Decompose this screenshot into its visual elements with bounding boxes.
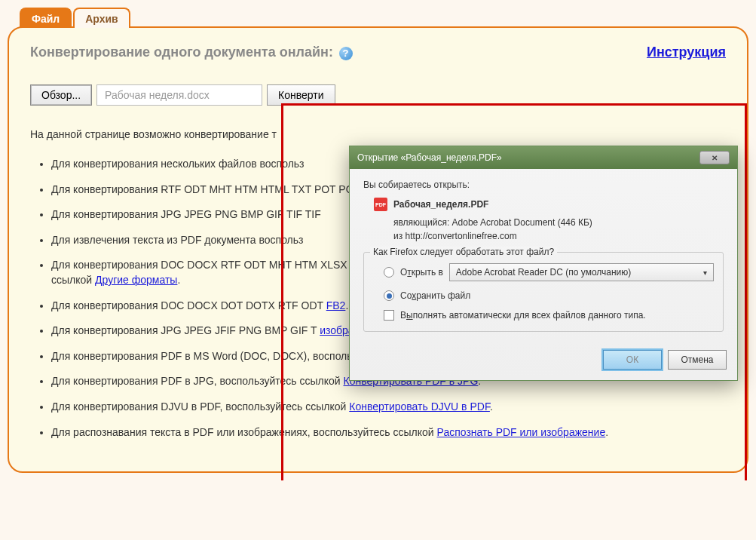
dialog-filename: Рабочая_неделя.PDF (393, 199, 488, 210)
dialog-intro: Вы собираетесь открыть: (363, 179, 724, 190)
format-link[interactable]: FB2 (326, 299, 346, 311)
open-radio[interactable] (384, 267, 394, 278)
instruction-link[interactable]: Инструкция (647, 44, 726, 60)
auto-checkbox[interactable] (384, 310, 394, 321)
list-item: Для конвертирования DJVU в PDF, воспольз… (51, 400, 726, 415)
file-input[interactable]: Рабочая неделя.docx (96, 84, 262, 106)
from-label: из (393, 231, 402, 241)
action-group: Как Firefox следует обработать этот файл… (363, 252, 724, 332)
dialog-title: Открытие «Рабочая_неделя.PDF» (357, 152, 502, 163)
main-panel: Конвертирование одного документа онлайн:… (8, 26, 748, 473)
tab-file[interactable]: Файл (20, 8, 72, 28)
browse-button[interactable]: Обзор... (30, 84, 92, 106)
intro-text: На данной странице возможно конвертирова… (30, 128, 726, 140)
pdf-icon: PDF (374, 198, 387, 211)
cancel-button[interactable]: Отмена (668, 350, 727, 370)
format-link[interactable]: Распознать PDF или изображение (437, 426, 606, 438)
auto-label: Выполнять автоматически для всех файлов … (400, 310, 646, 321)
ok-button[interactable]: ОК (603, 350, 662, 370)
download-dialog: Открытие «Рабочая_неделя.PDF» ✕ Вы собир… (349, 146, 738, 381)
help-icon[interactable]: ? (339, 47, 353, 60)
dialog-titlebar: Открытие «Рабочая_неделя.PDF» ✕ (350, 146, 737, 169)
format-link[interactable]: Конвертировать DJVU в PDF (349, 400, 490, 413)
convert-button[interactable]: Конверти (267, 84, 335, 106)
action-question: Как Firefox следует обработать этот файл… (370, 247, 557, 257)
chevron-down-icon: ▾ (703, 268, 707, 277)
app-select-value: Adobe Acrobat Reader DC (по умолчанию) (456, 267, 631, 278)
from-value: http://convertonlinefree.com (406, 231, 517, 241)
page-title: Конвертирование одного документа онлайн: (30, 44, 333, 60)
list-item: Для распознавания текста в PDF или изобр… (51, 425, 726, 440)
close-icon[interactable]: ✕ (699, 151, 730, 164)
save-radio[interactable] (384, 290, 394, 301)
type-label: являющийся: (393, 217, 449, 228)
type-value: Adobe Acrobat Document (446 КБ) (452, 217, 592, 228)
tab-archive[interactable]: Архив (73, 8, 130, 28)
open-label: Открыть в (400, 267, 443, 278)
save-label: Сохранить файл (400, 290, 470, 301)
format-link[interactable]: Другие форматы (95, 274, 177, 286)
app-select[interactable]: Adobe Acrobat Reader DC (по умолчанию) ▾ (449, 263, 714, 281)
